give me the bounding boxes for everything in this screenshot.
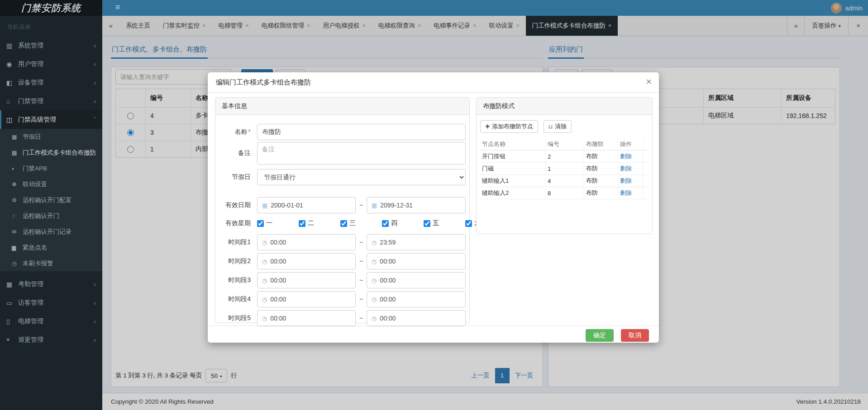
period5-from-input[interactable]: ◷00:00 xyxy=(257,310,356,326)
modal-title: 编辑门工作模式多卡组合布撤防 xyxy=(208,72,659,93)
valid-week-label: 有效星期 xyxy=(215,219,251,227)
clock-icon: ◷ xyxy=(262,239,267,246)
period3-to-input[interactable]: ◷00:00 xyxy=(367,272,466,288)
table-row: 辅助输入2 8 布防 删除 xyxy=(480,187,647,199)
edit-door-mode-modal: 编辑门工作模式多卡组合布撤防 × 基本信息 名称* 备注 节假日 节假日通行 有… xyxy=(208,72,659,343)
delete-link[interactable]: 删除 xyxy=(620,165,632,173)
date-from-input[interactable]: ▦ 2000-01-01 xyxy=(257,197,356,213)
delete-link[interactable]: 删除 xyxy=(620,177,632,185)
clock-icon: ◷ xyxy=(262,296,267,303)
calendar-icon: ▦ xyxy=(262,202,267,209)
valid-date-label: 有效日期 xyxy=(215,201,251,209)
required-mark: * xyxy=(248,128,251,135)
clock-icon: ◷ xyxy=(372,277,377,284)
clock-icon: ◷ xyxy=(262,258,267,265)
period2-to-input[interactable]: ◷00:00 xyxy=(367,253,466,269)
clock-icon: ◷ xyxy=(372,258,377,265)
period2-label: 时间段2 xyxy=(215,257,251,265)
period5-to-input[interactable]: ◷00:00 xyxy=(367,310,466,326)
holiday-select[interactable]: 节假日通行 xyxy=(257,169,466,185)
weekday-checkbox-mon[interactable]: 一 xyxy=(257,219,292,227)
period1-to-input[interactable]: ◷23:59 xyxy=(367,234,466,250)
period4-label: 时间段4 xyxy=(215,295,251,303)
remark-field[interactable] xyxy=(257,142,466,165)
period3-label: 时间段3 xyxy=(215,276,251,284)
cancel-button[interactable]: 取消 xyxy=(621,329,649,342)
table-row: 开门按钮 2 布防 删除 xyxy=(480,151,647,163)
delete-link[interactable]: 删除 xyxy=(620,189,632,197)
modal-footer: 确定 取消 xyxy=(208,325,659,343)
modal-close-icon[interactable]: × xyxy=(646,76,652,88)
arm-nodes-table: 节点名称 编号 布撤防 操作 开门按钮 2 布防 删除 门磁 1 布防 删除 xyxy=(480,138,647,199)
table-row: 门磁 1 布防 删除 xyxy=(480,163,647,175)
clock-icon: ◷ xyxy=(372,239,377,246)
range-separator: ~ xyxy=(356,202,367,209)
table-header-row: 节点名称 编号 布撤防 操作 xyxy=(480,138,647,151)
plus-icon: ✚ xyxy=(485,123,490,130)
basic-info-title: 基本信息 xyxy=(215,98,469,115)
period4-from-input[interactable]: ◷00:00 xyxy=(257,291,356,307)
add-arm-node-button[interactable]: ✚ 添加布撤防节点 xyxy=(480,120,538,133)
period5-label: 时间段5 xyxy=(215,314,251,322)
weekday-checkbox-wed[interactable]: 三 xyxy=(340,219,376,227)
name-label: 名称* xyxy=(215,128,251,136)
name-field[interactable] xyxy=(257,124,466,140)
period3-from-input[interactable]: ◷00:00 xyxy=(257,272,356,288)
arm-mode-box: 布撤防模式 ✚ 添加布撤防节点 ⊔ 清除 节点名称 编号 布撤防 操作 开门按钮 xyxy=(476,97,653,234)
period1-label: 时间段1 xyxy=(215,238,251,246)
arm-mode-title: 布撤防模式 xyxy=(477,98,652,115)
confirm-button[interactable]: 确定 xyxy=(586,329,614,342)
holiday-label: 节假日 xyxy=(215,173,251,181)
clock-icon: ◷ xyxy=(372,296,377,303)
period4-to-input[interactable]: ◷00:00 xyxy=(367,291,466,307)
clock-icon: ◷ xyxy=(262,277,267,284)
weekday-checkbox-tue[interactable]: 二 xyxy=(299,219,334,227)
date-to-input[interactable]: ▦ 2099-12-31 xyxy=(367,197,466,213)
period2-from-input[interactable]: ◷00:00 xyxy=(257,253,356,269)
clock-icon: ◷ xyxy=(372,315,377,322)
delete-link[interactable]: 删除 xyxy=(620,152,632,160)
basic-info-box: 基本信息 名称* 备注 节假日 节假日通行 有效日期 ▦ 2000-01-01 xyxy=(215,97,470,323)
weekday-checkbox-fri[interactable]: 五 xyxy=(424,219,459,227)
calendar-icon: ▦ xyxy=(372,202,377,209)
clear-button[interactable]: ⊔ 清除 xyxy=(544,120,572,133)
remark-label: 备注 xyxy=(215,149,251,157)
period1-from-input[interactable]: ◷00:00 xyxy=(257,234,356,250)
clock-icon: ◷ xyxy=(262,315,267,322)
weekday-checkbox-thu[interactable]: 四 xyxy=(382,219,417,227)
trash-icon: ⊔ xyxy=(548,123,553,130)
table-row: 辅助输入1 4 布防 删除 xyxy=(480,175,647,187)
